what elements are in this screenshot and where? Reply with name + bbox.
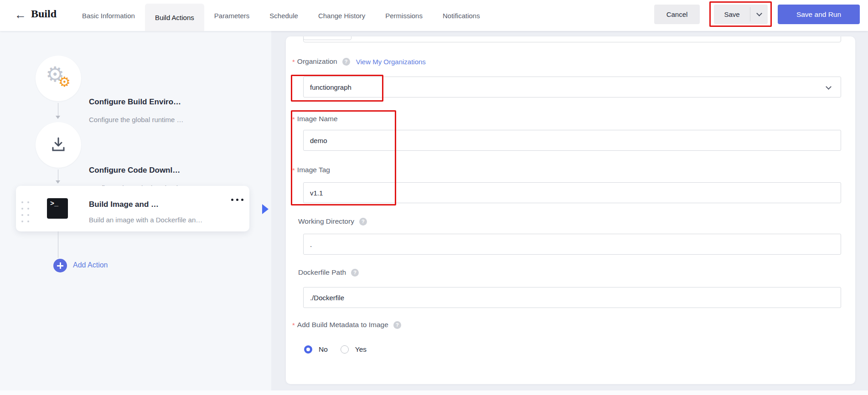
working-directory-input[interactable] bbox=[303, 234, 841, 255]
build-image-form-panel: * Organization ? View My Organizations f… bbox=[286, 36, 855, 384]
image-tag-input[interactable] bbox=[303, 182, 841, 203]
tab-build-actions[interactable]: Build Actions bbox=[145, 4, 204, 31]
step-subtitle: Configure the global runtime … bbox=[89, 116, 184, 123]
step-subtitle: Build an image with a Dockerfile an… bbox=[89, 216, 202, 224]
plus-icon bbox=[53, 259, 67, 272]
metadata-label-row: * Add Build Metadata to Image ? bbox=[292, 321, 401, 329]
help-icon[interactable]: ? bbox=[342, 58, 350, 66]
step-title: Build Image and … bbox=[89, 200, 159, 209]
image-name-label-row: * Image Name bbox=[292, 115, 338, 123]
help-icon[interactable]: ? bbox=[393, 321, 401, 329]
gear-small-icon: ⚙ bbox=[58, 74, 71, 90]
required-marker: * bbox=[292, 166, 295, 174]
tab-parameters[interactable]: Parameters bbox=[204, 0, 260, 31]
step-build-environment[interactable]: ⚙ ⚙ bbox=[36, 56, 81, 101]
step-title: Configure Code Downl… bbox=[89, 166, 180, 175]
radio-yes-label[interactable]: Yes bbox=[355, 345, 367, 354]
back-arrow-icon[interactable]: ← bbox=[13, 7, 28, 23]
organization-label-row: * Organization ? View My Organizations bbox=[292, 57, 426, 66]
metadata-label: Add Build Metadata to Image bbox=[297, 321, 388, 329]
radio-yes[interactable] bbox=[341, 345, 349, 354]
more-options-icon[interactable] bbox=[231, 197, 246, 202]
required-marker: * bbox=[292, 321, 295, 329]
save-and-run-button[interactable]: Save and Run bbox=[778, 5, 860, 24]
image-tag-label-row: * Image Tag bbox=[292, 166, 330, 174]
cutoff-dropdown[interactable] bbox=[303, 36, 351, 40]
add-action-label: Add Action bbox=[73, 261, 108, 269]
working-directory-label-row: Working Directory ? bbox=[292, 217, 367, 226]
save-button[interactable]: Save bbox=[714, 5, 750, 24]
metadata-radio-group: No Yes bbox=[304, 345, 379, 354]
save-dropdown-button[interactable] bbox=[750, 5, 768, 24]
cancel-button[interactable]: Cancel bbox=[654, 5, 700, 24]
tab-permissions[interactable]: Permissions bbox=[375, 0, 433, 31]
image-name-label: Image Name bbox=[297, 115, 338, 123]
help-icon[interactable]: ? bbox=[351, 269, 359, 277]
image-tag-label: Image Tag bbox=[297, 166, 330, 174]
connector-line bbox=[58, 231, 58, 258]
page-title: Build bbox=[31, 8, 57, 20]
required-marker: * bbox=[292, 58, 295, 66]
download-icon bbox=[50, 136, 67, 153]
tab-notifications[interactable]: Notifications bbox=[433, 0, 490, 31]
dockerfile-path-input[interactable] bbox=[303, 287, 841, 308]
step-code-download[interactable] bbox=[36, 122, 81, 168]
tab-basic-information[interactable]: Basic Information bbox=[72, 0, 145, 31]
required-marker: * bbox=[292, 115, 295, 123]
connector-line bbox=[58, 103, 58, 116]
chevron-down-icon bbox=[756, 10, 762, 16]
image-name-input[interactable] bbox=[303, 130, 841, 151]
chevron-down-icon bbox=[826, 84, 832, 90]
step-build-image-card[interactable]: >_ Build Image and … Build an image with… bbox=[16, 186, 249, 231]
add-action-button[interactable]: Add Action bbox=[53, 259, 145, 272]
drag-handle[interactable] bbox=[21, 201, 30, 224]
dockerfile-path-label: Dockerfile Path bbox=[298, 268, 346, 277]
tab-bar: Basic Information Build Actions Paramete… bbox=[72, 0, 490, 31]
organization-value: functiongraph bbox=[310, 83, 351, 91]
radio-no[interactable] bbox=[304, 345, 312, 354]
connector-arrow-icon bbox=[56, 180, 60, 184]
organization-select[interactable]: functiongraph bbox=[303, 77, 841, 97]
cutoff-input-field[interactable] bbox=[303, 36, 841, 42]
selected-step-pointer-icon bbox=[262, 204, 269, 214]
page-bottom-strip bbox=[0, 390, 868, 395]
view-my-organizations-link[interactable]: View My Organizations bbox=[356, 58, 426, 66]
header-bar: ← Build Basic Information Build Actions … bbox=[0, 0, 868, 31]
radio-no-label[interactable]: No bbox=[319, 345, 328, 354]
connector-arrow-icon bbox=[56, 116, 60, 119]
tab-change-history[interactable]: Change History bbox=[308, 0, 375, 31]
build-configuration-page: ← Build Basic Information Build Actions … bbox=[0, 0, 868, 395]
terminal-icon: >_ bbox=[47, 198, 68, 219]
organization-label: Organization bbox=[297, 57, 337, 66]
build-steps-pane: ⚙ ⚙ Configure Build Enviro… Configure th… bbox=[0, 31, 271, 390]
step-title: Configure Build Enviro… bbox=[89, 97, 181, 107]
dockerfile-path-label-row: Dockerfile Path ? bbox=[292, 268, 359, 277]
working-directory-label: Working Directory bbox=[298, 217, 354, 226]
tab-schedule[interactable]: Schedule bbox=[259, 0, 308, 31]
help-icon[interactable]: ? bbox=[359, 218, 367, 226]
connector-line bbox=[58, 169, 58, 180]
save-split-button[interactable]: Save bbox=[714, 5, 768, 24]
